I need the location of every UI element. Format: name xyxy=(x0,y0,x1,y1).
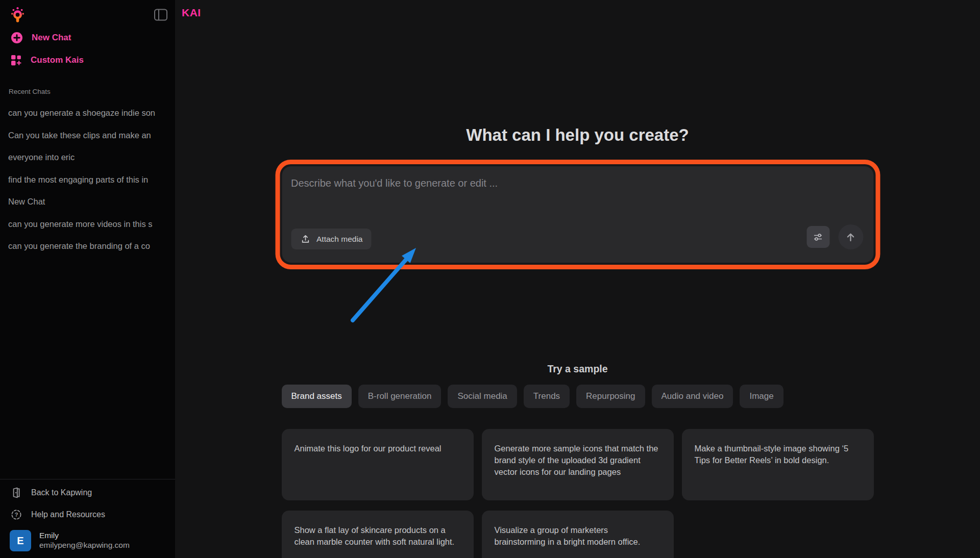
sidebar: New Chat Custom Kais Recent Chats can yo… xyxy=(0,0,175,558)
sample-prompt-card[interactable]: Visualize a group of marketers brainstor… xyxy=(482,511,674,558)
sample-tab[interactable]: B-roll generation xyxy=(358,385,442,408)
prompt-input[interactable] xyxy=(291,177,863,224)
send-button[interactable] xyxy=(838,224,863,249)
sidebar-collapse-icon[interactable] xyxy=(153,7,169,22)
sidebar-nav: New Chat Custom Kais xyxy=(0,29,175,69)
back-to-kapwing-button[interactable]: Back to Kapwing xyxy=(0,484,175,502)
profile-info: Emily emilypeng@kapwing.com xyxy=(39,531,130,550)
sample-cards-grid: Animate this logo for our product reveal… xyxy=(282,429,874,558)
avatar: E xyxy=(10,530,31,551)
custom-kais-button[interactable]: Custom Kais xyxy=(0,52,175,69)
recent-chat-item[interactable]: Can you take these clips and make an xyxy=(0,124,175,147)
recent-chat-item[interactable]: can you generate more videos in this s xyxy=(0,213,175,236)
sample-tab[interactable]: Repurposing xyxy=(576,385,645,408)
composer: Attach media xyxy=(282,166,873,263)
page-title: What can I help you create? xyxy=(175,125,980,145)
composer-toolbar: Attach media xyxy=(291,224,863,249)
sample-prompt-card[interactable]: Generate more sample icons that match th… xyxy=(482,429,674,500)
upload-icon xyxy=(300,233,311,245)
help-resources-button[interactable]: ? Help and Resources xyxy=(0,505,175,524)
recent-chat-item[interactable]: can you generate the branding of a co xyxy=(0,235,175,258)
try-a-sample-heading: Try a sample xyxy=(175,363,980,375)
sample-category-tabs: Brand assets B-roll generation Social me… xyxy=(282,385,874,408)
help-resources-label: Help and Resources xyxy=(31,510,105,519)
recent-chats-heading: Recent Chats xyxy=(9,88,51,95)
svg-text:?: ? xyxy=(15,512,18,518)
composer-right-controls xyxy=(806,224,863,249)
settings-sliders-button[interactable] xyxy=(806,226,829,248)
recent-chats-list: can you generate a shoegaze indie son Ca… xyxy=(0,102,175,258)
help-question-icon: ? xyxy=(10,508,23,521)
attach-media-button[interactable]: Attach media xyxy=(291,229,371,249)
composer-highlight-ring: Attach media xyxy=(275,160,880,269)
back-to-kapwing-label: Back to Kapwing xyxy=(31,488,92,497)
sample-tab[interactable]: Audio and video xyxy=(652,385,733,408)
recent-chat-item[interactable]: can you generate a shoegaze indie son xyxy=(0,102,175,124)
recent-chat-item[interactable]: everyone into eric xyxy=(0,146,175,169)
profile-name: Emily xyxy=(39,531,130,541)
new-chat-button[interactable]: New Chat xyxy=(0,29,175,46)
sliders-icon xyxy=(813,232,824,242)
sidebar-footer: Back to Kapwing ? Help and Resources E E… xyxy=(0,479,175,551)
sidebar-header xyxy=(10,4,169,26)
sample-tab[interactable]: Trends xyxy=(524,385,570,408)
grid-apps-icon xyxy=(10,53,23,67)
recent-chat-item[interactable]: find the most engaging parts of this in xyxy=(0,169,175,191)
plus-circle-icon xyxy=(10,31,24,45)
profile-email: emilypeng@kapwing.com xyxy=(39,541,130,550)
kai-logo: KAI xyxy=(182,7,201,19)
sample-prompt-card[interactable]: Make a thumbnail-style image showing ‘5 … xyxy=(682,429,874,500)
custom-kais-label: Custom Kais xyxy=(31,55,84,65)
sample-prompt-card[interactable]: Show a flat lay of skincare products on … xyxy=(282,511,474,558)
exit-door-icon xyxy=(10,486,23,500)
kapwing-bulb-logo-icon xyxy=(10,6,26,24)
recent-chat-item[interactable]: New Chat xyxy=(0,191,175,213)
profile-menu[interactable]: E Emily emilypeng@kapwing.com xyxy=(10,530,175,551)
new-chat-label: New Chat xyxy=(32,33,71,43)
sample-tab[interactable]: Social media xyxy=(448,385,517,408)
sample-tab[interactable]: Brand assets xyxy=(282,385,352,408)
sample-prompt-card[interactable]: Animate this logo for our product reveal xyxy=(282,429,474,500)
arrow-up-icon xyxy=(845,231,857,243)
sample-tab[interactable]: Image xyxy=(740,385,783,408)
attach-media-label: Attach media xyxy=(316,235,362,244)
main-area: KAI What can I help you create? Attach m… xyxy=(175,0,980,558)
